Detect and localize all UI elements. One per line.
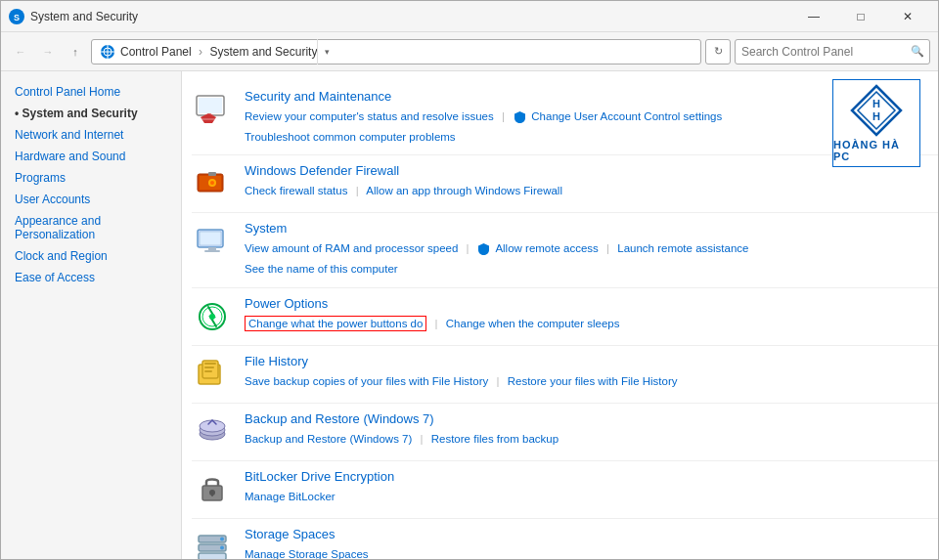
file-history-links: Save backup copies of your files with Fi… bbox=[245, 371, 928, 392]
sidebar-item-network-and-internet[interactable]: Network and Internet bbox=[1, 124, 181, 146]
search-box: 🔍 bbox=[735, 39, 930, 65]
svg-point-42 bbox=[220, 537, 224, 540]
section-security-maintenance: Security and Maintenance Review your com… bbox=[192, 81, 938, 155]
path-system-security[interactable]: System and Security bbox=[209, 45, 317, 59]
section-power-options: Power Options Change what the power butt… bbox=[192, 288, 938, 346]
title-bar-controls: — □ ✕ bbox=[791, 1, 930, 32]
security-maintenance-title[interactable]: Security and Maintenance bbox=[245, 89, 928, 104]
svg-text:S: S bbox=[14, 13, 20, 22]
sidebar-item-system-and-security[interactable]: System and Security bbox=[1, 103, 181, 124]
backup-restore-links: Backup and Restore (Windows 7) | Restore… bbox=[245, 429, 928, 450]
bitlocker-content: BitLocker Drive Encryption Manage BitLoc… bbox=[245, 469, 928, 507]
power-options-links: Change what the power buttons do | Chang… bbox=[245, 314, 928, 334]
security-maintenance-links: Review your computer's status and resolv… bbox=[245, 107, 928, 147]
svg-point-43 bbox=[220, 545, 224, 549]
address-field[interactable]: Control Panel › System and Security ▾ bbox=[91, 39, 701, 65]
see-name-link[interactable]: See the name of this computer bbox=[245, 263, 398, 275]
path-control-panel[interactable]: Control Panel bbox=[120, 45, 192, 59]
storage-spaces-icon bbox=[192, 527, 233, 559]
svg-rect-23 bbox=[204, 250, 220, 252]
save-backup-link[interactable]: Save backup copies of your files with Fi… bbox=[245, 375, 488, 387]
sidebar: Control Panel Home System and Security N… bbox=[1, 71, 182, 559]
refresh-button[interactable]: ↻ bbox=[705, 39, 731, 65]
svg-rect-30 bbox=[204, 363, 216, 365]
section-system: System View amount of RAM and processor … bbox=[192, 213, 938, 287]
bitlocker-icon bbox=[192, 469, 233, 510]
search-input[interactable] bbox=[736, 45, 906, 59]
address-path: Control Panel › System and Security bbox=[120, 45, 317, 59]
file-history-icon bbox=[192, 354, 233, 395]
path-separator-1: › bbox=[199, 45, 202, 59]
manage-bitlocker-link[interactable]: Manage BitLocker bbox=[245, 491, 335, 502]
file-history-title[interactable]: File History bbox=[245, 354, 928, 368]
title-bar: S System and Security — □ ✕ bbox=[1, 1, 938, 32]
review-status-link[interactable]: Review your computer's status and resolv… bbox=[245, 110, 494, 122]
sidebar-item-control-panel-home[interactable]: Control Panel Home bbox=[1, 81, 181, 103]
change-uac-link[interactable]: Change User Account Control settings bbox=[531, 110, 722, 122]
logo-subtitle: HOÀNG HÀ PC bbox=[833, 139, 919, 162]
system-title[interactable]: System bbox=[245, 221, 928, 236]
title-bar-title: System and Security bbox=[30, 10, 791, 23]
svg-text:H: H bbox=[872, 98, 880, 109]
system-links: View amount of RAM and processor speed |… bbox=[245, 238, 928, 279]
storage-spaces-content: Storage Spaces Manage Storage Spaces bbox=[245, 527, 928, 559]
windows-defender-title[interactable]: Windows Defender Firewall bbox=[245, 163, 928, 178]
sidebar-item-programs[interactable]: Programs bbox=[1, 167, 181, 189]
path-icon bbox=[100, 43, 115, 60]
restore-files-link[interactable]: Restore your files with File History bbox=[508, 375, 678, 387]
manage-storage-link[interactable]: Manage Storage Spaces bbox=[245, 548, 369, 559]
address-bar: ← → ↑ Control Panel › System and Securit… bbox=[1, 32, 938, 71]
power-buttons-link[interactable]: Change what the power buttons do bbox=[245, 316, 426, 331]
sidebar-item-user-accounts[interactable]: User Accounts bbox=[1, 189, 181, 210]
backup-restore-link[interactable]: Backup and Restore (Windows 7) bbox=[245, 433, 412, 445]
security-maintenance-icon bbox=[192, 89, 233, 130]
main-content: Control Panel Home System and Security N… bbox=[1, 71, 938, 559]
up-button[interactable]: ↑ bbox=[64, 40, 87, 64]
backup-restore-title[interactable]: Backup and Restore (Windows 7) bbox=[245, 411, 928, 426]
view-ram-link[interactable]: View amount of RAM and processor speed bbox=[245, 242, 458, 254]
logo-diamond-svg: H H bbox=[850, 84, 903, 137]
shield-icon-uac bbox=[513, 110, 526, 124]
section-bitlocker: BitLocker Drive Encryption Manage BitLoc… bbox=[192, 461, 938, 519]
section-backup-restore: Backup and Restore (Windows 7) Backup an… bbox=[192, 404, 938, 461]
allow-app-firewall-link[interactable]: Allow an app through Windows Firewall bbox=[366, 185, 562, 196]
allow-remote-link[interactable]: Allow remote access bbox=[495, 242, 598, 254]
security-maintenance-content: Security and Maintenance Review your com… bbox=[245, 89, 928, 147]
check-firewall-link[interactable]: Check firewall status bbox=[245, 185, 347, 196]
maximize-button[interactable]: □ bbox=[838, 1, 883, 32]
svg-point-18 bbox=[210, 181, 214, 185]
computer-sleeps-link[interactable]: Change when the computer sleeps bbox=[446, 318, 620, 329]
main-panel: H H HOÀNG HÀ PC Security an bbox=[182, 71, 938, 559]
back-button[interactable]: ← bbox=[9, 40, 32, 64]
launch-remote-link[interactable]: Launch remote assistance bbox=[617, 242, 748, 254]
search-button[interactable]: 🔍 bbox=[906, 40, 929, 64]
backup-restore-content: Backup and Restore (Windows 7) Backup an… bbox=[245, 411, 928, 450]
svg-rect-38 bbox=[211, 493, 213, 496]
bitlocker-title[interactable]: BitLocker Drive Encryption bbox=[245, 469, 928, 484]
file-history-content: File History Save backup copies of your … bbox=[245, 354, 928, 392]
storage-spaces-title[interactable]: Storage Spaces bbox=[245, 527, 928, 541]
troubleshoot-link[interactable]: Troubleshoot common computer problems bbox=[245, 131, 456, 143]
sidebar-item-hardware-and-sound[interactable]: Hardware and Sound bbox=[1, 146, 181, 167]
restore-from-backup-link[interactable]: Restore files from backup bbox=[431, 433, 559, 445]
svg-rect-21 bbox=[200, 232, 221, 245]
forward-button[interactable]: → bbox=[36, 40, 60, 64]
svg-rect-41 bbox=[199, 553, 226, 559]
minimize-button[interactable]: — bbox=[791, 1, 836, 32]
sidebar-item-appearance[interactable]: Appearance andPersonalization bbox=[1, 210, 181, 245]
svg-text:H: H bbox=[872, 110, 880, 122]
svg-rect-19 bbox=[208, 172, 216, 176]
window: S System and Security — □ ✕ ← → ↑ Cont bbox=[0, 0, 939, 560]
svg-rect-22 bbox=[208, 247, 216, 250]
system-content: System View amount of RAM and processor … bbox=[245, 221, 928, 279]
power-options-title[interactable]: Power Options bbox=[245, 296, 928, 311]
system-icon bbox=[192, 221, 233, 262]
sidebar-item-clock-and-region[interactable]: Clock and Region bbox=[1, 245, 181, 267]
bitlocker-links: Manage BitLocker bbox=[245, 487, 928, 507]
shield-icon-remote bbox=[477, 242, 491, 256]
sidebar-item-ease-of-access[interactable]: Ease of Access bbox=[1, 267, 181, 288]
close-button[interactable]: ✕ bbox=[885, 1, 930, 32]
address-dropdown-button[interactable]: ▾ bbox=[317, 39, 336, 65]
power-options-content: Power Options Change what the power butt… bbox=[245, 296, 928, 334]
svg-point-27 bbox=[209, 314, 215, 320]
